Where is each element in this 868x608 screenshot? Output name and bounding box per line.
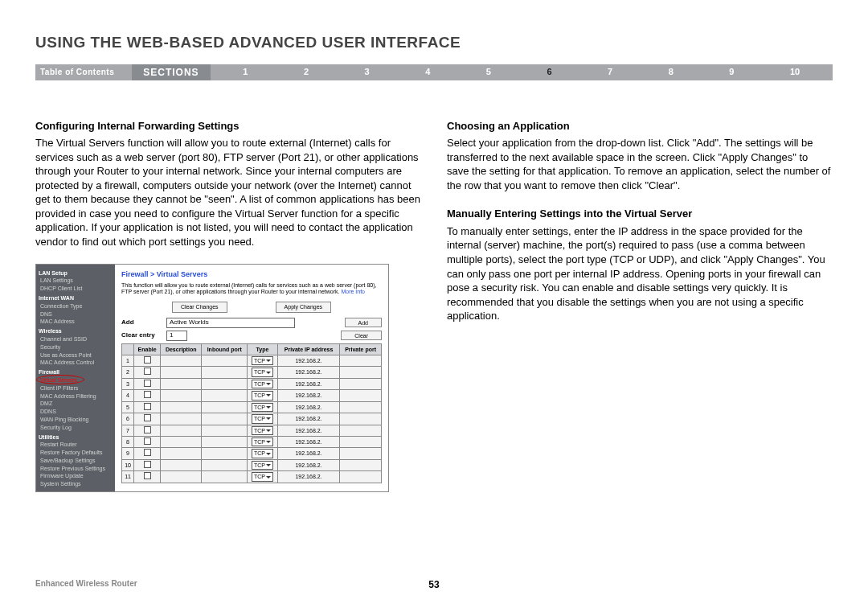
private-port-cell[interactable] <box>340 401 382 413</box>
inbound-port-cell[interactable] <box>202 471 248 483</box>
sidebar-item[interactable]: Security Log <box>39 424 113 432</box>
type-select[interactable]: TCP <box>252 426 273 435</box>
type-select[interactable]: TCP <box>252 356 273 365</box>
sidebar-item[interactable]: Client IP Filters <box>39 384 113 392</box>
private-ip-cell[interactable]: 192.168.2. <box>277 471 339 483</box>
sidebar-item[interactable]: DHCP Client List <box>39 285 113 293</box>
inbound-port-cell[interactable] <box>202 390 248 401</box>
section-link-2[interactable]: 2 <box>304 66 309 78</box>
enable-checkbox[interactable] <box>144 368 151 375</box>
private-ip-cell[interactable]: 192.168.2. <box>277 459 339 470</box>
inbound-port-cell[interactable] <box>202 355 248 366</box>
sidebar-item[interactable]: MAC Address Filtering <box>39 392 113 401</box>
description-cell[interactable] <box>161 459 202 470</box>
enable-checkbox[interactable] <box>144 449 151 456</box>
enable-checkbox[interactable] <box>144 472 151 479</box>
sidebar-item[interactable]: Restore Previous Settings <box>39 465 113 473</box>
section-link-4[interactable]: 4 <box>425 66 430 78</box>
section-link-7[interactable]: 7 <box>608 66 612 78</box>
inbound-port-cell[interactable] <box>202 425 248 436</box>
sidebar-item[interactable]: Restore Factory Defaults <box>39 449 113 457</box>
enable-checkbox[interactable] <box>144 356 151 364</box>
enable-checkbox[interactable] <box>144 461 151 468</box>
private-ip-cell[interactable]: 192.168.2. <box>277 378 339 389</box>
private-port-cell[interactable] <box>340 425 382 436</box>
clear-changes-button[interactable]: Clear Changes <box>172 302 227 312</box>
private-ip-cell[interactable]: 192.168.2. <box>277 390 339 401</box>
add-application-select[interactable]: Active Worlds <box>166 318 295 328</box>
section-link-6[interactable]: 6 <box>547 66 551 78</box>
apply-changes-button[interactable]: Apply Changes <box>276 302 331 312</box>
type-select[interactable]: TCP <box>252 380 273 388</box>
description-cell[interactable] <box>161 390 202 401</box>
description-cell[interactable] <box>161 378 202 389</box>
sidebar-item[interactable]: Save/Backup Settings <box>39 457 113 465</box>
enable-checkbox[interactable] <box>144 391 151 398</box>
type-select[interactable]: TCP <box>252 403 273 412</box>
private-port-cell[interactable] <box>340 448 382 459</box>
type-select[interactable]: TCP <box>252 414 273 423</box>
sidebar-item[interactable]: DMZ <box>39 400 113 408</box>
description-cell[interactable] <box>161 471 202 483</box>
enable-checkbox[interactable] <box>144 380 151 387</box>
private-ip-cell[interactable]: 192.168.2. <box>277 355 339 366</box>
enable-checkbox[interactable] <box>144 403 151 410</box>
section-link-8[interactable]: 8 <box>669 66 674 78</box>
section-link-9[interactable]: 9 <box>729 66 734 78</box>
more-info-link[interactable]: More Info <box>341 289 365 294</box>
private-port-cell[interactable] <box>340 459 382 470</box>
section-link-3[interactable]: 3 <box>365 66 370 78</box>
description-cell[interactable] <box>161 355 202 366</box>
private-port-cell[interactable] <box>340 367 382 378</box>
type-select[interactable]: TCP <box>252 449 273 458</box>
private-port-cell[interactable] <box>340 390 382 401</box>
sidebar-item[interactable]: System Settings <box>39 480 113 488</box>
description-cell[interactable] <box>161 436 202 447</box>
enable-checkbox[interactable] <box>144 426 151 433</box>
section-link-10[interactable]: 10 <box>790 66 800 78</box>
private-port-cell[interactable] <box>340 436 382 447</box>
description-cell[interactable] <box>161 425 202 436</box>
private-ip-cell[interactable]: 192.168.2. <box>277 448 339 459</box>
private-port-cell[interactable] <box>340 355 382 366</box>
type-select[interactable]: TCP <box>252 391 273 400</box>
clear-entry-select[interactable]: 1 <box>166 331 187 341</box>
private-port-cell[interactable] <box>340 378 382 389</box>
inbound-port-cell[interactable] <box>202 378 248 389</box>
section-link-5[interactable]: 5 <box>486 66 491 78</box>
clear-button[interactable]: Clear <box>341 331 382 340</box>
private-ip-cell[interactable]: 192.168.2. <box>277 413 339 425</box>
sidebar-item[interactable]: MAC Address Control <box>39 359 113 367</box>
private-ip-cell[interactable]: 192.168.2. <box>277 401 339 413</box>
private-ip-cell[interactable]: 192.168.2. <box>277 367 339 378</box>
add-button[interactable]: Add <box>345 318 382 327</box>
description-cell[interactable] <box>161 367 202 378</box>
sidebar-item[interactable]: Virtual Servers <box>39 376 113 384</box>
sidebar-item[interactable]: Firmware Update <box>39 472 113 480</box>
sidebar-item[interactable]: Connection Type <box>39 302 113 310</box>
inbound-port-cell[interactable] <box>202 413 248 425</box>
type-select[interactable]: TCP <box>252 368 273 376</box>
inbound-port-cell[interactable] <box>202 448 248 459</box>
type-select[interactable]: TCP <box>252 438 273 446</box>
inbound-port-cell[interactable] <box>202 367 248 378</box>
sidebar-item[interactable]: Channel and SSID <box>39 335 113 343</box>
private-port-cell[interactable] <box>340 471 382 483</box>
description-cell[interactable] <box>161 413 202 425</box>
sidebar-item[interactable]: MAC Address <box>39 318 113 326</box>
sidebar-item[interactable]: DNS <box>39 310 113 318</box>
private-port-cell[interactable] <box>340 413 382 425</box>
inbound-port-cell[interactable] <box>202 459 248 470</box>
toc-link[interactable]: Table of Contents <box>40 67 114 78</box>
sidebar-item[interactable]: DDNS <box>39 408 113 416</box>
sidebar-item[interactable]: Restart Router <box>39 441 113 449</box>
inbound-port-cell[interactable] <box>202 401 248 413</box>
sidebar-item[interactable]: WAN Ping Blocking <box>39 416 113 424</box>
inbound-port-cell[interactable] <box>202 436 248 447</box>
sidebar-item[interactable]: Security <box>39 343 113 351</box>
section-link-1[interactable]: 1 <box>243 66 248 78</box>
type-select[interactable]: TCP <box>252 472 273 481</box>
description-cell[interactable] <box>161 448 202 459</box>
private-ip-cell[interactable]: 192.168.2. <box>277 425 339 436</box>
type-select[interactable]: TCP <box>252 461 273 470</box>
